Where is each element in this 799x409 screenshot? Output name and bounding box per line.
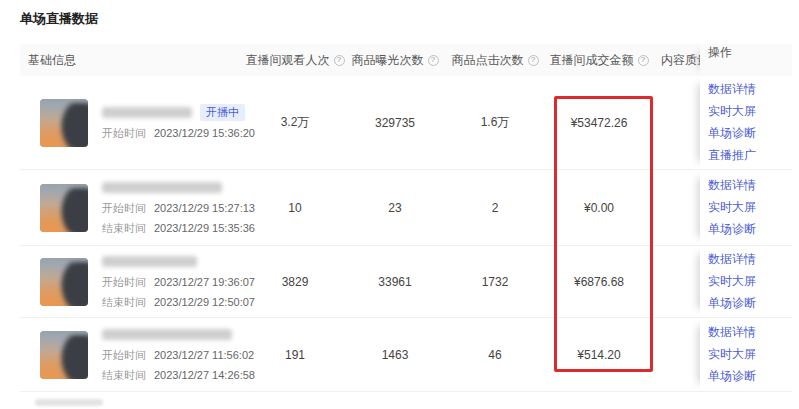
views-value: 3829 <box>245 246 345 317</box>
basic-info-cell: 开始时间2023/12/27 19:36:07 结束时间2023/12/29 1… <box>20 246 245 317</box>
basic-info-cell: 开始时间2023/12/27 11:56:02 结束时间2023/12/27 1… <box>20 318 245 391</box>
clicks-value: 2 <box>445 170 545 245</box>
end-time: 结束时间2023/12/29 15:35:36 <box>102 221 245 236</box>
actions-cell: 数据详情 实时大屏 单场诊断 <box>700 170 792 245</box>
action-realtime-screen[interactable]: 实时大屏 <box>708 198 756 217</box>
actions-cell: 数据详情 实时大屏 单场诊断 <box>700 246 792 317</box>
quality-cell <box>653 76 700 169</box>
basic-info-cell: 开始时间2023/12/29 15:27:13 结束时间2023/12/29 1… <box>20 170 245 245</box>
info-icon[interactable] <box>638 55 649 66</box>
info-icon[interactable] <box>334 55 345 66</box>
action-data-detail[interactable]: 数据详情 <box>708 323 756 342</box>
clicks-value: 1732 <box>445 246 545 317</box>
basic-info-cell: 开播中 开始时间2023/12/29 15:36:20 <box>20 76 245 169</box>
action-session-diagnosis[interactable]: 单场诊断 <box>708 220 756 239</box>
quality-cell <box>653 318 700 391</box>
views-value: 3.2万 <box>245 76 345 169</box>
action-realtime-screen[interactable]: 实时大屏 <box>708 102 756 121</box>
table-row: 开始时间2023/12/27 11:56:02 结束时间2023/12/27 1… <box>20 318 792 392</box>
live-status-badge: 开播中 <box>200 104 245 121</box>
col-header-views-label: 直播间观看人次 <box>246 52 330 69</box>
live-session-table: 基础信息 直播间观看人次 商品曝光次数 商品点击次数 直播间成交金额 内容质量 … <box>20 44 792 392</box>
amount-value: ¥0.00 <box>545 170 653 245</box>
col-header-clicks-label: 商品点击次数 <box>452 52 524 69</box>
quality-cell <box>653 246 700 317</box>
end-time: 结束时间2023/12/27 14:26:58 <box>102 368 245 383</box>
bottom-cutoff-text-blur <box>35 399 103 406</box>
start-time: 开始时间2023/12/29 15:27:13 <box>102 201 245 216</box>
anchor-name-blurred <box>102 329 232 340</box>
exposures-value: 23 <box>345 170 445 245</box>
info-icon[interactable] <box>528 55 539 66</box>
clicks-value: 46 <box>445 318 545 391</box>
views-value: 10 <box>245 170 345 245</box>
action-realtime-screen[interactable]: 实时大屏 <box>708 272 756 291</box>
exposures-value: 1463 <box>345 318 445 391</box>
col-header-exposures-label: 商品曝光次数 <box>352 52 424 69</box>
action-data-detail[interactable]: 数据详情 <box>708 80 756 99</box>
col-header-quality: 内容质量 <box>653 44 700 76</box>
amount-value: ¥6876.68 <box>545 246 653 317</box>
quality-cell <box>653 170 700 245</box>
col-header-exposures: 商品曝光次数 <box>345 44 445 76</box>
start-time: 开始时间2023/12/29 15:36:20 <box>102 126 245 141</box>
col-header-amount-label: 直播间成交金额 <box>550 52 634 69</box>
exposures-value: 33961 <box>345 246 445 317</box>
clicks-value: 1.6万 <box>445 76 545 169</box>
action-realtime-screen[interactable]: 实时大屏 <box>708 345 756 364</box>
table-row: 开播中 开始时间2023/12/29 15:36:20 3.2万 329735 … <box>20 76 792 170</box>
col-header-basic-info: 基础信息 <box>20 44 245 76</box>
action-session-diagnosis[interactable]: 单场诊断 <box>708 367 756 386</box>
anchor-name-blurred <box>102 256 197 267</box>
avatar <box>40 331 88 379</box>
action-live-promotion[interactable]: 直播推广 <box>708 146 756 165</box>
avatar <box>40 258 88 306</box>
avatar <box>40 184 88 232</box>
col-header-clicks: 商品点击次数 <box>445 44 545 76</box>
anchor-name-blurred <box>102 182 222 193</box>
table-header: 基础信息 直播间观看人次 商品曝光次数 商品点击次数 直播间成交金额 内容质量 … <box>20 44 792 76</box>
amount-value: ¥514.20 <box>545 318 653 391</box>
anchor-name-blurred <box>102 107 192 118</box>
table-row: 开始时间2023/12/27 19:36:07 结束时间2023/12/29 1… <box>20 246 792 318</box>
info-icon[interactable] <box>428 55 439 66</box>
end-time: 结束时间2023/12/29 12:50:07 <box>102 295 245 310</box>
actions-cell: 数据详情 实时大屏 单场诊断 直播推广 <box>700 76 792 169</box>
avatar <box>40 99 88 147</box>
page-title: 单场直播数据 <box>20 10 98 28</box>
amount-value: ¥53472.26 <box>545 76 653 169</box>
table-row: 开始时间2023/12/29 15:27:13 结束时间2023/12/29 1… <box>20 170 792 246</box>
col-header-amount: 直播间成交金额 <box>545 44 653 76</box>
actions-cell: 数据详情 实时大屏 单场诊断 <box>700 318 792 391</box>
views-value: 191 <box>245 318 345 391</box>
action-data-detail[interactable]: 数据详情 <box>708 176 756 195</box>
start-time: 开始时间2023/12/27 11:56:02 <box>102 348 245 363</box>
col-header-actions: 操作 <box>700 44 792 76</box>
col-header-views: 直播间观看人次 <box>245 44 345 76</box>
exposures-value: 329735 <box>345 76 445 169</box>
start-time: 开始时间2023/12/27 19:36:07 <box>102 275 245 290</box>
action-data-detail[interactable]: 数据详情 <box>708 250 756 269</box>
action-session-diagnosis[interactable]: 单场诊断 <box>708 294 756 313</box>
action-session-diagnosis[interactable]: 单场诊断 <box>708 124 756 143</box>
